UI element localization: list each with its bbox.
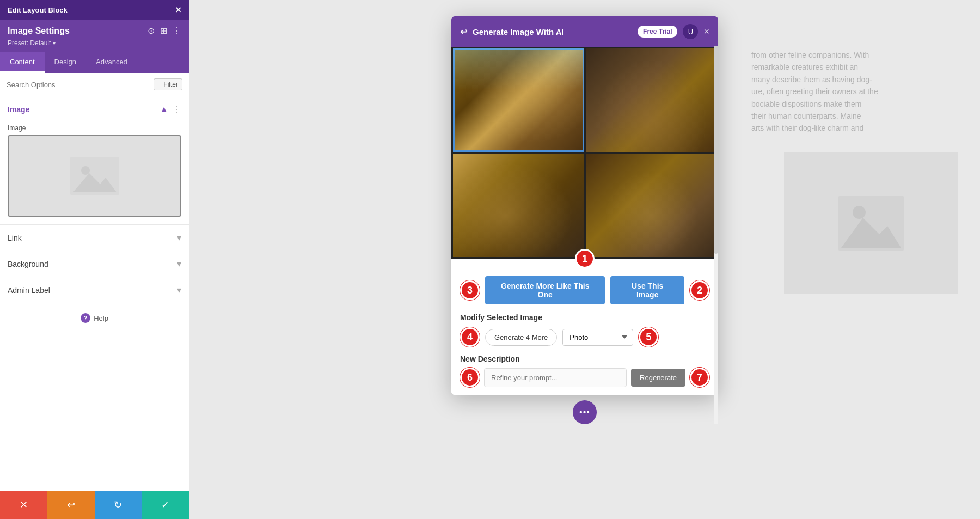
grid-image-1[interactable] xyxy=(453,48,584,152)
more-icon[interactable]: ⋮ xyxy=(173,26,181,36)
admin-expand-icon[interactable]: ▾ xyxy=(177,285,181,295)
image-section: Image ▲ ⋮ Image xyxy=(0,96,189,225)
undo-button[interactable]: ↩ xyxy=(47,491,95,519)
modal-back-icon[interactable]: ↩ xyxy=(460,27,467,37)
grid-image-3[interactable] xyxy=(453,154,584,257)
modal-title: Generate Image With AI xyxy=(473,27,564,36)
image-section-header[interactable]: Image ▲ ⋮ xyxy=(0,96,189,122)
sidebar: Edit Layout Block × Image Settings ⊙ ⊞ ⋮… xyxy=(0,0,189,519)
preset-chevron[interactable]: ▾ xyxy=(53,40,56,46)
admin-label-section: Admin Label ▾ xyxy=(0,277,189,303)
modal-header: ↩ Generate Image With AI Free Trial U × xyxy=(451,16,718,47)
confirm-icon: ✓ xyxy=(161,499,169,511)
new-desc-row: 6 Regenerate 7 xyxy=(460,368,709,387)
action-buttons-row: 3 Generate More Like This One Use This I… xyxy=(460,276,709,304)
step-badge-1: 1 xyxy=(575,249,595,268)
collapse-icon[interactable]: ▲ xyxy=(160,105,168,114)
confirm-button[interactable]: ✓ xyxy=(142,491,189,519)
step-badge-7: 7 xyxy=(690,368,709,387)
background-section-title: Background xyxy=(8,260,48,268)
more-section-icon[interactable]: ⋮ xyxy=(173,104,181,114)
free-trial-badge: Free Trial xyxy=(638,26,677,38)
link-section-title: Link xyxy=(8,234,22,242)
preset-label: Preset: Default xyxy=(8,39,51,47)
edit-layout-title: Edit Layout Block xyxy=(8,6,68,14)
step-badge-4: 4 xyxy=(460,327,480,347)
filter-button[interactable]: + Filter xyxy=(154,78,182,90)
step-badge-5: 5 xyxy=(639,327,658,347)
scrollbar-thumb xyxy=(714,46,718,254)
generate-more-button[interactable]: Generate More Like This One xyxy=(485,276,605,304)
modify-controls-row: 4 Generate 4 More PhotoIllustration3D Re… xyxy=(460,327,709,347)
panel-title: Image Settings xyxy=(8,26,70,36)
modal-scrollbar[interactable] xyxy=(714,46,718,395)
image-grid xyxy=(451,47,718,259)
tab-advanced[interactable]: Advanced xyxy=(86,52,137,73)
background-section: Background ▾ xyxy=(0,251,189,277)
step-badge-3: 3 xyxy=(460,280,480,300)
image-field-label: Image xyxy=(8,124,181,132)
image-section-title: Image xyxy=(8,105,29,114)
photo-style-select[interactable]: PhotoIllustration3D RenderPainting xyxy=(562,329,633,346)
generate-4-more-button[interactable]: Generate 4 More xyxy=(485,329,557,346)
grid-image-2[interactable] xyxy=(586,48,717,152)
ai-image-modal: ↩ Generate Image With AI Free Trial U × xyxy=(451,16,718,395)
modal-bottom: 3 Generate More Like This One Use This I… xyxy=(451,259,718,395)
new-description-title: New Description xyxy=(460,355,709,363)
modal-overlay: ↩ Generate Image With AI Free Trial U × xyxy=(189,0,980,519)
cancel-button[interactable]: ✕ xyxy=(0,491,47,519)
sidebar-footer: ✕ ↩ ↻ ✓ xyxy=(0,491,189,519)
admin-section-title: Admin Label xyxy=(8,286,50,295)
dots-menu-button[interactable]: ••• xyxy=(573,400,597,424)
image-preview[interactable] xyxy=(8,135,181,217)
search-row: + Filter xyxy=(0,73,189,96)
link-section-header[interactable]: Link ▾ xyxy=(0,225,189,251)
refine-prompt-input[interactable] xyxy=(484,368,627,387)
step-badge-2: 2 xyxy=(690,280,709,300)
svg-point-1 xyxy=(81,166,90,175)
main-content: from other feline companions. With remar… xyxy=(189,0,980,519)
link-expand-icon[interactable]: ▾ xyxy=(177,233,181,243)
bg-expand-icon[interactable]: ▾ xyxy=(177,259,181,269)
focus-icon[interactable]: ⊙ xyxy=(148,26,155,36)
tab-design[interactable]: Design xyxy=(45,52,86,73)
tab-content[interactable]: Content xyxy=(0,52,45,73)
undo-icon: ↩ xyxy=(67,499,75,511)
modal-close-icon[interactable]: × xyxy=(703,26,709,38)
grid-image-4[interactable] xyxy=(586,154,717,257)
regenerate-button[interactable]: Regenerate xyxy=(631,369,685,387)
redo-icon: ↻ xyxy=(114,499,122,511)
help-icon: ? xyxy=(81,313,90,323)
background-section-header[interactable]: Background ▾ xyxy=(0,251,189,277)
content-tabs: Content Design Advanced xyxy=(0,52,189,73)
search-input[interactable] xyxy=(7,81,154,89)
help-row[interactable]: ? Help xyxy=(0,303,189,333)
modal-wrapper: ↩ Generate Image With AI Free Trial U × xyxy=(451,16,718,424)
close-icon[interactable]: × xyxy=(175,4,181,16)
admin-section-header[interactable]: Admin Label ▾ xyxy=(0,277,189,303)
avatar: U xyxy=(683,24,698,39)
columns-icon[interactable]: ⊞ xyxy=(160,26,167,36)
redo-button[interactable]: ↻ xyxy=(95,491,142,519)
cancel-icon: ✕ xyxy=(20,499,28,511)
link-section: Link ▾ xyxy=(0,225,189,251)
modify-section-title: Modify Selected Image xyxy=(460,313,709,322)
step-badge-6: 6 xyxy=(460,368,480,387)
help-label: Help xyxy=(94,314,108,322)
use-image-button[interactable]: Use This Image xyxy=(610,276,684,304)
